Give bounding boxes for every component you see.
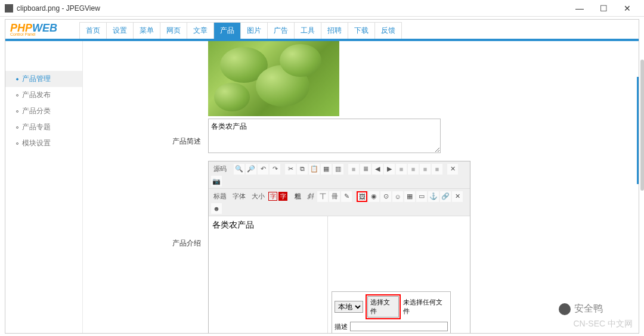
camera-icon[interactable]: 📷: [211, 176, 222, 186]
rich-editor: 源码 🔍 🔎 ↶ ↷ ✂ ⧉ 📋 ▦ ▥: [208, 161, 470, 333]
desc-input[interactable]: [350, 322, 448, 331]
main-content: 产品简述 各类农产品 产品介绍 源码 🔍 🔎 ↶ ↷: [83, 41, 639, 333]
sidebar-item-label: 产品分类: [22, 106, 51, 116]
div-icon[interactable]: ▭: [416, 191, 427, 202]
special-icon[interactable]: ☺: [392, 191, 403, 202]
sidebar-item-label: 产品发布: [22, 90, 51, 100]
upload-panel: 本地 选择文件 未选择任何文件 描述: [328, 216, 470, 333]
brief-textarea[interactable]: 各类农产品: [208, 119, 441, 153]
zoomin-icon[interactable]: 🔍: [234, 164, 244, 175]
maximize-button[interactable]: ☐: [592, 0, 615, 17]
copy-icon[interactable]: ⧉: [297, 164, 308, 175]
editor-toolbar-2: 标题 字体 大小 字 字 粗 斜 丅 冊 ✎ 🖼: [209, 189, 470, 216]
editor-content[interactable]: 各类农产品: [209, 216, 328, 333]
sidebar-item-manage[interactable]: 产品管理: [5, 71, 82, 87]
scroll-edge: [637, 77, 639, 184]
insert-image-icon[interactable]: 🖼: [357, 191, 367, 202]
nav-image[interactable]: 图片: [241, 23, 268, 39]
minimize-button[interactable]: —: [568, 0, 592, 17]
watermark-site: CN-SEC 中文网: [573, 319, 633, 329]
nav-article[interactable]: 文章: [187, 23, 214, 39]
pastetext-icon[interactable]: ▥: [333, 164, 343, 175]
removeformat-icon[interactable]: ✕: [447, 164, 458, 175]
wechat-icon: [559, 303, 571, 315]
detail-label: 产品介绍: [83, 161, 208, 333]
redo-icon[interactable]: ↷: [270, 164, 280, 175]
sidebar-item-category[interactable]: 产品分类: [5, 103, 82, 119]
unlink-icon[interactable]: ✕: [452, 191, 463, 202]
table-icon[interactable]: ▦: [404, 191, 415, 202]
nav-home[interactable]: 首页: [80, 23, 107, 39]
sidebar: 产品管理 产品发布 产品分类 产品专题 模块设置: [5, 41, 83, 333]
nav-download[interactable]: 下载: [348, 23, 375, 39]
close-button[interactable]: ✕: [615, 0, 639, 17]
pasteword-icon[interactable]: ▦: [321, 164, 332, 175]
sidebar-item-label: 产品专题: [22, 122, 51, 132]
paste-icon[interactable]: 📋: [309, 164, 320, 175]
zoomout-icon[interactable]: 🔎: [246, 164, 256, 175]
brush-icon[interactable]: ✎: [341, 191, 352, 202]
orderedlist-icon[interactable]: ≡: [348, 164, 359, 175]
sidebar-item-label: 产品管理: [22, 74, 51, 84]
undo-icon[interactable]: ↶: [258, 164, 268, 175]
top-nav: 首页 设置 菜单 网页 文章 产品 图片 广告 工具 招聘 下载 反馈: [79, 22, 402, 39]
outdent-icon[interactable]: ◀: [372, 164, 383, 175]
justify3-icon[interactable]: ≡: [420, 164, 431, 175]
source-button[interactable]: 源码: [211, 163, 229, 175]
sidebar-item-label: 模块设置: [22, 138, 51, 148]
editor-toolbar-1: 源码 🔍 🔎 ↶ ↷ ✂ ⧉ 📋 ▦ ▥: [209, 161, 470, 189]
nav-menu[interactable]: 菜单: [134, 23, 160, 39]
logo: PHPWEB Control Panel: [10, 22, 76, 39]
flash-icon[interactable]: ◉: [369, 191, 379, 202]
nav-tool[interactable]: 工具: [295, 23, 321, 39]
indent-icon[interactable]: ▶: [384, 164, 395, 175]
nav-feedback[interactable]: 反馈: [375, 23, 401, 39]
app-frame: PHPWEB Control Panel 首页 设置 菜单 网页 文章 产品 图…: [5, 19, 639, 334]
media-icon[interactable]: ⊙: [380, 191, 391, 202]
font-dropdown[interactable]: 字体: [230, 191, 248, 202]
link-icon[interactable]: 🔗: [440, 191, 451, 202]
desc-label: 描述: [335, 322, 348, 331]
justify2-icon[interactable]: ≡: [408, 164, 419, 175]
emoticon-icon[interactable]: ☻: [211, 203, 222, 214]
sidebar-item-topic[interactable]: 产品专题: [5, 119, 82, 135]
sidebar-item-module[interactable]: 模块设置: [5, 135, 82, 151]
strike-icon[interactable]: 冊: [329, 191, 340, 202]
justify4-icon[interactable]: ≡: [432, 164, 442, 175]
underline-icon[interactable]: 丅: [317, 191, 328, 202]
window-title: clipboard.png - JPEGView: [17, 4, 568, 13]
choose-file-button[interactable]: 选择文件: [367, 296, 399, 318]
cut-icon[interactable]: ✂: [285, 164, 296, 175]
bgcolor-icon[interactable]: 字: [278, 192, 287, 201]
nav-settings[interactable]: 设置: [107, 23, 134, 39]
italic-button[interactable]: 斜: [305, 191, 316, 202]
window-titlebar: clipboard.png - JPEGView — ☐ ✕: [0, 0, 644, 17]
nav-job[interactable]: 招聘: [321, 23, 348, 39]
unorderedlist-icon[interactable]: ≣: [360, 164, 371, 175]
app-icon: [5, 4, 13, 13]
nav-page[interactable]: 网页: [160, 23, 187, 39]
bold-button[interactable]: 粗: [292, 191, 304, 202]
nav-product[interactable]: 产品: [214, 23, 241, 39]
upload-dialog: 本地 选择文件 未选择任何文件 描述: [332, 291, 451, 333]
justify-icon[interactable]: ≡: [396, 164, 407, 175]
textcolor-icon[interactable]: 字: [268, 192, 277, 201]
brief-label: 产品简述: [83, 119, 208, 155]
watermark-brand: 安全鸭: [559, 303, 603, 315]
anchor-icon[interactable]: ⚓: [428, 191, 439, 202]
product-image: [208, 41, 339, 116]
heading-dropdown[interactable]: 标题: [211, 191, 229, 202]
nav-ad[interactable]: 广告: [268, 23, 295, 39]
size-dropdown[interactable]: 大小: [249, 191, 267, 202]
source-select[interactable]: 本地: [335, 301, 363, 313]
sidebar-item-publish[interactable]: 产品发布: [5, 87, 82, 103]
logo-text-2: WEB: [32, 22, 57, 34]
no-file-text: 未选择任何文件: [403, 298, 448, 316]
